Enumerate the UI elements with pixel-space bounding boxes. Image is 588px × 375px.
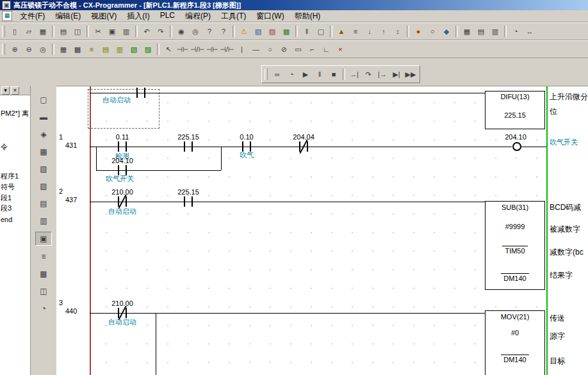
sub-instruction-block[interactable]: SUB(31) #9999 TIM50 DM140	[485, 201, 545, 290]
monitor-color-icon[interactable]: ▩	[279, 26, 293, 37]
transfer-to-plc-icon[interactable]: ↓	[363, 26, 377, 37]
tree-item-command[interactable]: 令	[0, 143, 30, 151]
menu-file[interactable]: 文件(F)	[15, 10, 50, 22]
time-chart-icon[interactable]: ◔	[36, 302, 51, 315]
monitor-data2-icon[interactable]: ▥	[113, 44, 127, 55]
online-edit-icon[interactable]: ≡	[348, 26, 363, 37]
toolbar-grip[interactable]	[2, 44, 5, 55]
cross-reference-icon[interactable]: ↔	[523, 26, 537, 37]
memory-view-icon[interactable]: ▥	[36, 214, 51, 227]
tree-item-symbols[interactable]: 符号	[0, 183, 30, 191]
monitor-glasses-icon[interactable]: ∞	[270, 68, 284, 80]
watch-window-icon[interactable]: ◔	[509, 26, 523, 37]
zoom-fit-icon[interactable]: ◎	[36, 44, 50, 55]
menu-insert[interactable]: 插入(I)	[122, 10, 154, 22]
tree-item-program[interactable]: 程序1	[0, 172, 30, 180]
contact-225-15[interactable]	[184, 141, 193, 152]
find-icon[interactable]: ◉	[174, 26, 188, 37]
redo-icon[interactable]: ↷	[154, 26, 168, 37]
toolbar-grip[interactable]	[2, 26, 5, 37]
new-file-icon[interactable]: ▯	[8, 26, 22, 37]
workspace-menu-button[interactable]: ▾	[1, 86, 10, 95]
menu-help[interactable]: 帮助(H)	[290, 10, 326, 22]
coil-tool-icon[interactable]: ○	[263, 44, 277, 55]
set-value-icon[interactable]: ◆	[439, 26, 453, 37]
contact-open-tool-icon[interactable]: ⊣⊢	[176, 44, 190, 55]
menu-view[interactable]: 视图(V)	[86, 10, 122, 22]
monitor-data1-icon[interactable]: ▤	[99, 44, 113, 55]
pause-run-icon[interactable]: ‖	[313, 68, 327, 80]
compile-icon[interactable]: ▲	[334, 26, 348, 37]
mdi-child-icon[interactable]: ▦	[2, 11, 12, 21]
select-tool-icon[interactable]: ↖	[161, 44, 176, 55]
zoom-out-icon[interactable]: ⊖	[22, 44, 36, 55]
help-icon[interactable]: ?	[202, 26, 216, 37]
contact-nc-210-00[interactable]	[118, 196, 127, 207]
io-table-icon[interactable]: ▤	[36, 197, 51, 210]
print-icon[interactable]: ▤	[56, 26, 70, 37]
cut-icon[interactable]: ✂	[91, 26, 105, 37]
save-icon[interactable]: ▦	[36, 26, 50, 37]
menu-program[interactable]: 编程(P)	[180, 10, 216, 22]
toolbar-grip[interactable]	[265, 68, 268, 80]
context-help-icon[interactable]: ?	[216, 26, 231, 37]
address-comment-icon[interactable]: ▨	[141, 44, 155, 55]
tree-item-plc[interactable]: PM2*] 离	[0, 109, 30, 118]
monitor-mode-icon[interactable]: ▨	[265, 26, 279, 37]
menu-plc[interactable]: PLC	[155, 10, 180, 22]
undo-icon[interactable]: ↶	[140, 26, 154, 37]
tree-item-end[interactable]: end	[0, 216, 30, 224]
grid-dots-icon[interactable]: ▩	[70, 44, 85, 55]
warning-monitor-icon[interactable]: ⚠	[237, 26, 251, 37]
workspace-window-icon[interactable]: ▢	[36, 93, 51, 106]
compare-plc-icon[interactable]: ↕	[391, 26, 405, 37]
mov-instruction-block[interactable]: MOV(21) #0 DM140	[485, 310, 545, 375]
closed-coil-tool-icon[interactable]: ⊘	[277, 44, 291, 55]
or-contact-closed-tool-icon[interactable]: ⊣/⊢	[219, 44, 234, 55]
find-replace-icon[interactable]: ◎	[188, 26, 202, 37]
transfer-from-plc-icon[interactable]: ↑	[377, 26, 391, 37]
force-off-icon[interactable]: ○	[425, 26, 439, 37]
step-into-icon[interactable]: →|	[347, 68, 361, 80]
stop-icon[interactable]: ■	[327, 68, 341, 80]
grid-a-icon[interactable]: ▦	[460, 26, 474, 37]
step-over-icon[interactable]: ↷	[361, 68, 375, 80]
contact-closed-tool-icon[interactable]: ⊣/⊢	[190, 44, 205, 55]
difu-instruction-block[interactable]: DIFU(13) 225.15	[485, 91, 545, 129]
grid-c-icon[interactable]: ▥	[488, 26, 502, 37]
workspace-close-button[interactable]: ×	[11, 86, 19, 95]
ladder-editor[interactable]: 自动启动 DIFU(13) 225.15 上升沿微分 位 1 431 0.11 …	[56, 86, 588, 375]
contact-nc-210-00[interactable]	[118, 308, 127, 318]
data-trace-icon[interactable]: ◫	[36, 285, 51, 298]
step-out-icon[interactable]: |→	[375, 68, 389, 80]
watch-window2-icon[interactable]: ◈	[36, 128, 51, 141]
program-mode-icon[interactable]: ▢	[314, 26, 328, 37]
run-to-cursor-icon[interactable]: ▶|	[389, 68, 404, 80]
force-on-icon[interactable]: ●	[411, 26, 425, 37]
continuous-run-icon[interactable]: ▶▶	[404, 68, 418, 80]
menu-window[interactable]: 窗口(W)	[251, 10, 289, 22]
open-file-icon[interactable]: ▱	[22, 26, 36, 37]
menu-edit[interactable]: 编辑(E)	[50, 10, 86, 22]
connect-line-tool-icon[interactable]: ⌐	[305, 44, 319, 55]
copy-icon[interactable]: ▣	[105, 26, 119, 37]
output-coil-204-10[interactable]	[512, 142, 521, 151]
menu-tools[interactable]: 工具(T)	[216, 10, 251, 22]
grid-b-icon[interactable]: ▤	[474, 26, 488, 37]
mnemonic-view-icon[interactable]: ≡	[36, 250, 51, 263]
grid-toggle-icon[interactable]: ▦	[56, 44, 70, 55]
output-window-icon[interactable]: ▬	[36, 111, 51, 124]
address-reference-icon[interactable]: ▦	[36, 145, 51, 158]
or-contact-open-tool-icon[interactable]: ⊣⊢	[205, 44, 219, 55]
remove-line-tool-icon[interactable]: ∟	[319, 44, 333, 55]
print-preview-icon[interactable]: ◫	[70, 26, 85, 37]
paste-icon[interactable]: ▥	[119, 26, 133, 37]
symbol-editor-icon[interactable]: ▧	[36, 163, 51, 175]
horizontal-line-tool-icon[interactable]: —	[249, 44, 263, 55]
zoom-in-icon[interactable]: ⊕	[8, 44, 22, 55]
contact-auto-start[interactable]	[136, 88, 145, 98]
monitor-clock-icon[interactable]: ◔	[284, 68, 298, 80]
delete-tool-icon[interactable]: ×	[333, 44, 347, 55]
contact-225-15[interactable]	[184, 196, 193, 207]
wrap-rungs-icon[interactable]: ▧	[127, 44, 141, 55]
